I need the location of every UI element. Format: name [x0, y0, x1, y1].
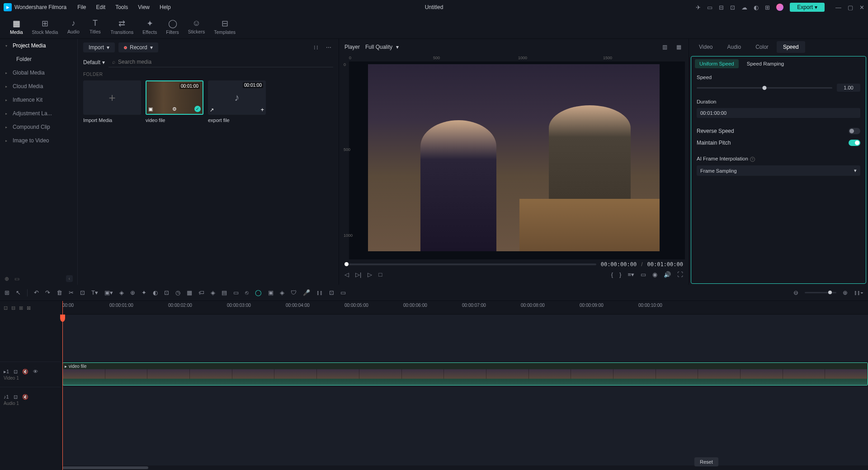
- layers-icon[interactable]: ▤: [222, 289, 227, 296]
- text-icon[interactable]: T▾: [91, 289, 98, 296]
- device-icon[interactable]: ⊟: [719, 4, 724, 11]
- fx-icon[interactable]: ✦: [142, 289, 146, 296]
- duration-input[interactable]: [697, 108, 860, 118]
- seek-bar[interactable]: [344, 263, 596, 265]
- menu-edit[interactable]: Edit: [96, 4, 106, 10]
- play-icon[interactable]: ▷: [368, 271, 372, 278]
- tab-audio-prop[interactable]: Audio: [721, 41, 747, 53]
- tab-effects[interactable]: ✦Effects: [138, 17, 161, 37]
- tab-templates[interactable]: ⊟Templates: [209, 17, 240, 37]
- snapshot-icon[interactable]: ▦: [675, 44, 683, 50]
- playhead-handle[interactable]: [60, 315, 65, 322]
- menu-help[interactable]: Help: [160, 4, 171, 10]
- tl-opt2-icon[interactable]: ⊟: [11, 305, 15, 311]
- close-icon[interactable]: ✕: [859, 4, 864, 11]
- lock-icon[interactable]: ⊡: [14, 369, 18, 375]
- player-canvas[interactable]: 0 500 1000 1500 0 500 1000: [343, 55, 685, 259]
- grid-icon[interactable]: ⊞: [5, 289, 9, 296]
- list-icon[interactable]: ≡▾: [627, 271, 634, 278]
- sort-dropdown[interactable]: Default▾: [83, 59, 105, 66]
- zoom-icon[interactable]: ⊕: [130, 289, 135, 296]
- mute-icon[interactable]: 🔇: [22, 369, 28, 375]
- tab-transitions[interactable]: ⇄Transitions: [106, 17, 138, 37]
- subtab-speed-ramping[interactable]: Speed Ramping: [742, 59, 788, 68]
- marker-icon[interactable]: 🛡: [291, 289, 297, 296]
- import-button[interactable]: Import▾: [83, 42, 115, 52]
- playhead[interactable]: [62, 301, 63, 470]
- speed-input[interactable]: [837, 84, 860, 92]
- seek-knob[interactable]: [344, 262, 349, 266]
- apps-icon[interactable]: ⊞: [765, 4, 770, 11]
- color-icon[interactable]: ◐: [153, 289, 158, 296]
- search-input[interactable]: [118, 59, 330, 65]
- eye-icon[interactable]: 👁: [33, 369, 38, 374]
- maximize-icon[interactable]: ▢: [848, 4, 853, 11]
- export-range-icon[interactable]: ⊡: [329, 289, 334, 296]
- search-box[interactable]: ⌕: [108, 57, 333, 67]
- tab-stock-media[interactable]: ⊞Stock Media: [28, 17, 63, 37]
- bookmark-icon[interactable]: ◈: [211, 289, 215, 296]
- timeline-ruler[interactable]: 00:00 00:00:01:00 00:00:02:00 00:00:03:0…: [61, 301, 868, 315]
- copy-icon[interactable]: ▣▾: [104, 289, 113, 296]
- send-icon[interactable]: ✈: [696, 4, 701, 11]
- track-head-audio[interactable]: ♪1⊡🔇 Audio 1: [0, 387, 61, 412]
- frame-icon[interactable]: ▦: [187, 289, 192, 296]
- mark-in-icon[interactable]: {: [611, 271, 613, 278]
- crop2-icon[interactable]: ⊡: [164, 289, 169, 296]
- group-icon[interactable]: ▣: [268, 289, 274, 296]
- tl-opt3-icon[interactable]: ⊞: [19, 305, 23, 311]
- save-icon[interactable]: ⊡: [730, 4, 735, 11]
- sidebar-item-global-media[interactable]: ▸Global Media: [0, 66, 77, 80]
- detach-icon[interactable]: ⎋: [245, 289, 249, 296]
- camera-icon[interactable]: ◉: [652, 271, 657, 278]
- track-head-video[interactable]: ▸1⊡🔇👁 Video 1: [0, 362, 61, 387]
- export-button[interactable]: Export▾: [790, 3, 825, 12]
- crop-icon[interactable]: ⊡: [80, 289, 85, 296]
- menu-file[interactable]: File: [77, 4, 86, 10]
- menu-view[interactable]: View: [138, 4, 150, 10]
- render-icon[interactable]: ▭: [340, 289, 346, 296]
- tab-stickers[interactable]: ☺Stickers: [184, 17, 209, 36]
- tab-video[interactable]: Video: [693, 41, 719, 53]
- sidebar-item-folder[interactable]: Folder: [0, 52, 77, 66]
- zoom-out-icon[interactable]: ⊖: [793, 289, 798, 296]
- mark-out-icon[interactable]: }: [619, 271, 621, 278]
- compare-icon[interactable]: ▥: [660, 44, 669, 50]
- minimize-icon[interactable]: —: [835, 4, 841, 11]
- undo-icon[interactable]: ↶: [34, 289, 39, 296]
- quality-dropdown[interactable]: Full Quality▾: [365, 44, 399, 50]
- display-icon[interactable]: ▭: [641, 271, 646, 278]
- sidebar-item-image-to-video[interactable]: ▸Image to Video: [0, 134, 77, 147]
- notify-icon[interactable]: ◐: [754, 4, 759, 11]
- user-avatar[interactable]: [776, 4, 783, 11]
- timer-icon[interactable]: ◷: [175, 289, 180, 296]
- subtab-uniform-speed[interactable]: Uniform Speed: [695, 59, 739, 68]
- sidebar-item-compound-clip[interactable]: ▸Compound Clip: [0, 120, 77, 134]
- media-tile-video[interactable]: 00:01:00 ▣ ⚙ ✓: [146, 80, 203, 115]
- sidebar-item-influence-kit[interactable]: ▸Influence Kit: [0, 93, 77, 107]
- pointer-icon[interactable]: ↖: [16, 289, 21, 296]
- more-icon[interactable]: ⋯: [324, 44, 333, 51]
- tab-media[interactable]: ▦Media: [5, 17, 28, 37]
- delete-icon[interactable]: 🗑: [57, 289, 62, 296]
- trans-icon[interactable]: ◈: [119, 289, 124, 296]
- tab-titles[interactable]: TTitles: [84, 17, 106, 36]
- tl-opt1-icon[interactable]: ⊡: [4, 305, 8, 311]
- video-clip[interactable]: ▸video file: [62, 362, 868, 385]
- stop-icon[interactable]: □: [378, 271, 382, 278]
- timeline-video-track[interactable]: ▸video file: [61, 362, 868, 387]
- tab-color[interactable]: Color: [749, 41, 775, 53]
- scrollbar-thumb[interactable]: [62, 466, 148, 469]
- zoom-slider[interactable]: [805, 292, 836, 293]
- chat-icon[interactable]: ▭: [707, 4, 712, 11]
- reverse-speed-toggle[interactable]: [849, 128, 860, 134]
- tab-filters[interactable]: ◯Filters: [161, 17, 184, 37]
- tab-audio[interactable]: ♪Audio: [62, 17, 84, 36]
- info-icon[interactable]: ?: [750, 157, 755, 162]
- sidebar-item-project-media[interactable]: ▾Project Media: [0, 39, 77, 52]
- tab-speed[interactable]: Speed: [777, 41, 805, 53]
- prev-frame-icon[interactable]: ◁: [344, 271, 349, 278]
- sidebar-item-cloud-media[interactable]: ▸Cloud Media: [0, 80, 77, 93]
- media-tile-audio[interactable]: 00:01:00 ♪ ↗ +: [208, 80, 266, 115]
- menu-tools[interactable]: Tools: [115, 4, 128, 10]
